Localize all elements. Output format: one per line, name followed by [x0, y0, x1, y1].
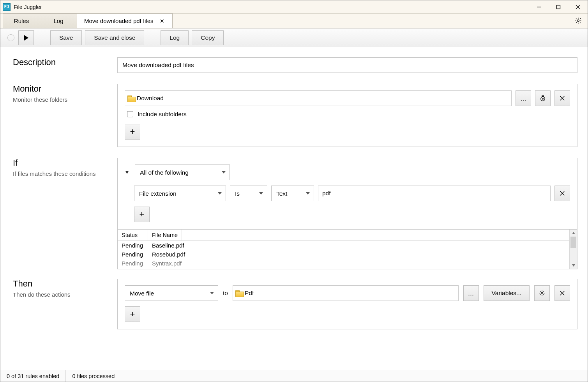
collapse-toggle[interactable] [125, 170, 130, 175]
to-label: to [223, 290, 228, 297]
plus-icon: + [139, 209, 145, 219]
file-status: Pending [122, 251, 152, 258]
svg-rect-4 [542, 96, 544, 96]
close-icon [559, 95, 566, 102]
button-label: Save and close [94, 34, 135, 41]
section-if: If If files matches these conditions All… [13, 158, 577, 269]
monitor-folder-input[interactable]: Download [125, 90, 512, 106]
conditions-panel: All of the following File extension Is T… [117, 158, 577, 230]
condition-value-input[interactable] [318, 186, 551, 201]
close-icon [559, 190, 566, 197]
include-subfolders-checkbox[interactable]: Include subfolders [125, 110, 570, 118]
gear-icon [575, 17, 582, 24]
schedule-button[interactable] [535, 90, 551, 106]
scroll-thumb[interactable] [570, 237, 576, 248]
tab-label: Rules [14, 18, 29, 24]
close-tab-button[interactable]: ✕ [159, 18, 165, 24]
col-status[interactable]: Status [118, 230, 148, 241]
window-title: File Juggler [14, 4, 42, 10]
actions-panel: Move file to Pdf ... Variables... [117, 279, 577, 329]
action-settings-button[interactable] [534, 285, 550, 301]
condition-operator-select[interactable]: Is [230, 186, 267, 201]
file-list-scrollbar[interactable] [569, 230, 577, 269]
stopwatch-icon [539, 95, 546, 102]
minimize-button[interactable] [529, 0, 549, 14]
plus-icon: + [130, 127, 135, 137]
monitor-panel: Download ... [117, 84, 577, 147]
section-description: Description [13, 57, 577, 73]
folder-icon [127, 95, 136, 102]
button-label: ... [468, 289, 474, 297]
close-window-button[interactable] [568, 0, 588, 14]
title-bar: FJ File Juggler [0, 0, 588, 14]
button-label: Copy [201, 34, 215, 41]
variables-button[interactable]: Variables... [484, 285, 530, 301]
status-indicator [7, 34, 14, 41]
browse-folder-button[interactable]: ... [516, 90, 531, 106]
log-button[interactable]: Log [161, 30, 189, 45]
section-sub: Then do these actions [13, 291, 117, 298]
file-name: Baseline.pdf [152, 242, 184, 249]
status-bar: 0 of 31 rules enabled 0 files processed [0, 370, 588, 382]
maximize-button[interactable] [549, 0, 568, 14]
tab-strip: Rules Log Move downloaded pdf files ✕ [0, 14, 588, 28]
browse-destination-button[interactable]: ... [463, 285, 479, 301]
condition-field-select[interactable]: File extension [134, 186, 226, 201]
folder-icon [235, 290, 244, 297]
file-name: Syntrax.pdf [152, 260, 182, 267]
add-condition-button[interactable]: + [134, 207, 150, 222]
section-sub: Monitor these folders [13, 96, 117, 103]
file-row[interactable]: Pending Rosebud.pdf [118, 250, 569, 259]
status-rules-enabled: 0 of 31 rules enabled [0, 370, 66, 382]
save-and-close-button[interactable]: Save and close [85, 30, 144, 45]
settings-button[interactable] [573, 15, 584, 26]
tab-log[interactable]: Log [40, 13, 77, 28]
svg-point-3 [541, 97, 545, 101]
checkbox-input[interactable] [127, 111, 133, 117]
save-button[interactable]: Save [50, 30, 82, 45]
file-name: Rosebud.pdf [152, 251, 185, 258]
remove-condition-button[interactable] [554, 186, 570, 201]
svg-rect-1 [557, 5, 560, 9]
add-action-button[interactable]: + [125, 306, 140, 322]
tab-current-rule[interactable]: Move downloaded pdf files ✕ [77, 13, 173, 28]
button-label: ... [520, 94, 526, 103]
folder-path: Download [137, 95, 164, 102]
copy-button[interactable]: Copy [192, 30, 224, 45]
tab-label: Move downloaded pdf files [84, 18, 154, 24]
editor-toolbar: Save Save and close Log Copy [0, 28, 588, 47]
tab-label: Log [53, 18, 63, 24]
scroll-down-icon[interactable] [570, 262, 577, 269]
condition-type-select[interactable]: Text [271, 186, 314, 201]
action-select[interactable]: Move file [125, 285, 218, 301]
file-status: Pending [122, 242, 152, 249]
matching-files-list: Status File Name Pending Baseline.pdf Pe… [117, 230, 577, 269]
caret-down-icon [125, 170, 129, 175]
remove-folder-button[interactable] [554, 90, 570, 106]
file-status: Pending [122, 260, 152, 267]
file-row[interactable]: Pending Syntrax.pdf [118, 259, 569, 268]
scroll-up-icon[interactable] [570, 230, 577, 237]
rule-editor: Description Monitor Monitor these folder… [0, 47, 588, 370]
destination-folder-input[interactable]: Pdf [233, 285, 459, 301]
section-heading: Monitor [13, 84, 117, 94]
col-filename[interactable]: File Name [148, 230, 182, 241]
status-files-processed: 0 files processed [66, 370, 121, 382]
button-label: Variables... [492, 290, 521, 297]
run-button[interactable] [18, 30, 34, 45]
add-folder-button[interactable]: + [125, 124, 140, 140]
svg-point-6 [541, 292, 543, 294]
play-icon [24, 35, 28, 41]
section-heading: Description [13, 57, 117, 67]
file-list-header: Status File Name [118, 230, 569, 241]
button-label: Save [59, 34, 73, 41]
section-monitor: Monitor Monitor these folders Download .… [13, 84, 577, 147]
remove-action-button[interactable] [554, 285, 570, 301]
file-row[interactable]: Pending Baseline.pdf [118, 241, 569, 250]
description-input[interactable] [117, 57, 577, 73]
section-sub: If files matches these conditions [13, 170, 117, 177]
section-heading: If [13, 158, 117, 168]
condition-group-select[interactable]: All of the following [135, 164, 230, 180]
tab-rules[interactable]: Rules [3, 13, 40, 28]
close-icon [559, 290, 566, 297]
